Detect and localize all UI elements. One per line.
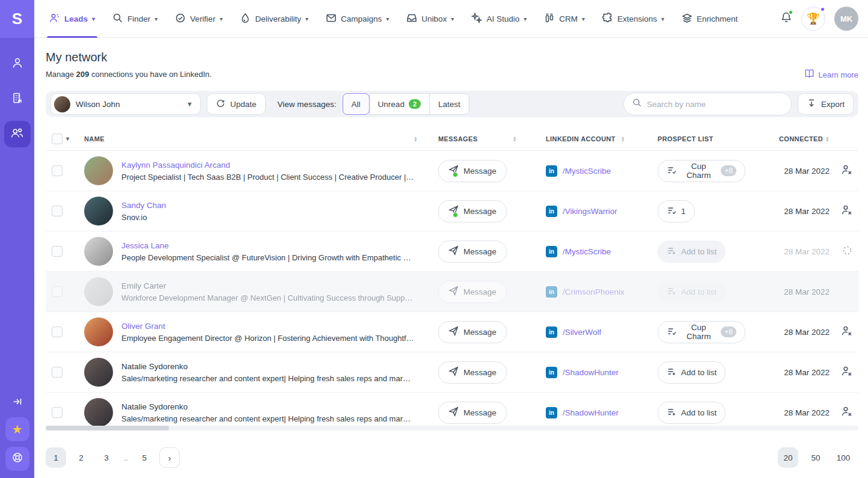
linkedin-handle[interactable]: /VikingsWarrior: [563, 207, 617, 216]
chevron-down-icon[interactable]: ▾: [66, 135, 69, 142]
remove-connection-icon[interactable]: [841, 204, 852, 218]
row-checkbox[interactable]: [52, 286, 63, 297]
prospect-list-button[interactable]: Cup Charm +8: [658, 321, 745, 343]
contact-subtitle: Sales/marketing researcher and content e…: [121, 374, 414, 383]
page-button[interactable]: 5: [134, 447, 154, 468]
help-button[interactable]: [5, 447, 29, 471]
nav-enrichment[interactable]: Enrichment: [682, 0, 738, 38]
prospect-list-button[interactable]: 1: [658, 200, 695, 222]
chevron-down-icon: ▾: [92, 16, 95, 22]
sidebar-collapse-button[interactable]: [5, 394, 29, 412]
nav-extensions[interactable]: Extensions▾: [602, 0, 664, 38]
row-checkbox[interactable]: [52, 326, 63, 337]
nav-ai-studio[interactable]: AI Studio▾: [471, 0, 527, 38]
nav-crm[interactable]: CRM▾: [544, 0, 585, 38]
list-count-badge: +8: [721, 326, 736, 337]
page-size-button[interactable]: 20: [778, 447, 798, 468]
sort-icon: ▲▼: [513, 136, 517, 142]
prospect-list-button[interactable]: Add to list: [658, 281, 726, 303]
row-checkbox[interactable]: [52, 246, 63, 257]
sidebar-item-prospects[interactable]: [4, 51, 31, 78]
remove-connection-icon[interactable]: [841, 325, 852, 339]
contact-name-link[interactable]: Sandy Chan: [121, 201, 166, 210]
filter-all[interactable]: All: [343, 93, 370, 115]
linkedin-handle[interactable]: /SilverWolf: [563, 328, 601, 337]
filter-latest[interactable]: Latest: [429, 93, 469, 115]
achievements-button[interactable]: 🏆: [801, 7, 825, 31]
message-button[interactable]: Message: [438, 361, 507, 384]
loading-spinner-icon: [842, 245, 852, 258]
row-checkbox[interactable]: [52, 165, 63, 176]
column-header-connected[interactable]: CONNECTED ▲▼: [745, 135, 830, 142]
contact-subtitle: Sales/marketing researcher and content e…: [121, 414, 414, 423]
message-button[interactable]: Message: [438, 241, 507, 263]
column-header-messages[interactable]: MESSAGES▲▼: [424, 135, 523, 142]
contact-name-link[interactable]: Oliver Grant: [121, 322, 414, 331]
page-button[interactable]: 3: [96, 447, 117, 468]
linkedin-icon: in: [546, 367, 557, 378]
learn-more-link[interactable]: Learn more: [804, 69, 858, 81]
contact-name-link[interactable]: Kaylynn Passaquindici Arcand: [121, 161, 414, 170]
export-button[interactable]: Export: [798, 93, 854, 115]
nav-deliverability[interactable]: Deliverability▾: [240, 0, 308, 38]
search-input[interactable]: [647, 100, 783, 109]
message-button[interactable]: Message: [438, 321, 507, 343]
paper-plane-icon: [448, 366, 459, 378]
sidebar-item-my-network[interactable]: [4, 121, 31, 147]
filter-unread[interactable]: Unread 2: [369, 93, 430, 115]
message-button[interactable]: Message: [438, 402, 507, 424]
row-checkbox[interactable]: [52, 407, 63, 418]
page-size-button[interactable]: 50: [805, 447, 826, 468]
favorites-button[interactable]: ★: [5, 417, 29, 441]
avatar: [84, 156, 113, 185]
page-button[interactable]: 1: [46, 447, 66, 468]
brand-logo[interactable]: S: [0, 0, 34, 38]
row-checkbox[interactable]: [52, 206, 63, 216]
linkedin-handle[interactable]: /CrimsonPhoenix: [563, 287, 625, 296]
message-button[interactable]: Message: [438, 200, 507, 222]
next-page-button[interactable]: ›: [159, 447, 180, 468]
message-button[interactable]: Message: [438, 281, 507, 303]
nav-unibox[interactable]: Unibox▾: [406, 0, 454, 38]
contact-name-link[interactable]: Emily Carter: [121, 281, 414, 290]
remove-connection-icon[interactable]: [841, 366, 852, 379]
nav-verifier[interactable]: Verifier▾: [175, 0, 222, 38]
linkedin-handle[interactable]: /MysticScribe: [563, 247, 611, 256]
linkedin-handle[interactable]: /MysticScribe: [563, 167, 611, 176]
nav-campaigns[interactable]: Campaigns▾: [326, 0, 389, 38]
column-header-linkedin[interactable]: LINKEDIN ACCOUNT▲▼: [523, 135, 631, 142]
contact-name-link[interactable]: Jessica Lane: [121, 241, 414, 250]
contact-name-link[interactable]: Natalie Sydorenko: [121, 362, 414, 371]
row-checkbox[interactable]: [52, 367, 63, 378]
message-button[interactable]: Message: [438, 160, 507, 182]
sidebar-item-companies[interactable]: [4, 86, 31, 112]
contact-subtitle: Employee Engagement Director @ Horizon |…: [121, 334, 414, 343]
sort-icon: ▲▼: [414, 136, 418, 142]
book-icon: [804, 69, 815, 81]
unibox-icon: [406, 13, 417, 25]
contact-name-link[interactable]: Natalie Sydorenko: [121, 402, 414, 411]
prospect-list-button[interactable]: Add to list: [658, 241, 726, 263]
linkedin-handle[interactable]: /ShadowHunter: [563, 408, 619, 417]
chevron-down-icon: ▾: [451, 16, 454, 22]
list-plus-icon: [667, 286, 676, 298]
nav-leads[interactable]: Leads▾: [49, 0, 95, 38]
person-icon: [11, 57, 24, 72]
remove-connection-icon[interactable]: [841, 164, 852, 178]
export-icon: [807, 99, 816, 110]
user-avatar[interactable]: MK: [834, 7, 858, 31]
notifications-button[interactable]: [780, 11, 792, 26]
scrollbar-thumb[interactable]: [46, 426, 169, 431]
select-all-checkbox[interactable]: [52, 133, 63, 144]
nav-finder[interactable]: Finder▾: [112, 0, 157, 38]
page-button[interactable]: 2: [71, 447, 91, 468]
column-header-name[interactable]: NAME▲▼: [84, 135, 424, 142]
account-select[interactable]: Wilson John ▼: [50, 93, 201, 115]
page-size-button[interactable]: 100: [833, 447, 854, 468]
remove-connection-icon[interactable]: [841, 406, 852, 420]
prospect-list-button[interactable]: Cup Charm +8: [658, 160, 745, 182]
prospect-list-button[interactable]: Add to list: [658, 402, 726, 424]
prospect-list-button[interactable]: Add to list: [658, 361, 726, 384]
linkedin-handle[interactable]: /ShadowHunter: [563, 368, 619, 377]
update-button[interactable]: Update: [207, 93, 266, 115]
